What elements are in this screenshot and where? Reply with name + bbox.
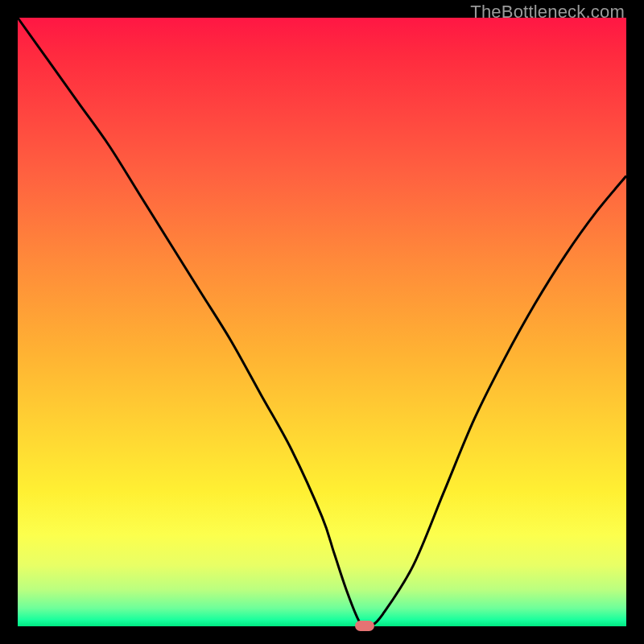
- bottleneck-curve: [18, 18, 626, 626]
- watermark-text: TheBottleneck.com: [470, 2, 625, 23]
- curve-line: [18, 18, 626, 627]
- plot-area: [18, 18, 626, 626]
- minimum-marker: [355, 621, 374, 631]
- chart-frame: TheBottleneck.com: [0, 0, 644, 644]
